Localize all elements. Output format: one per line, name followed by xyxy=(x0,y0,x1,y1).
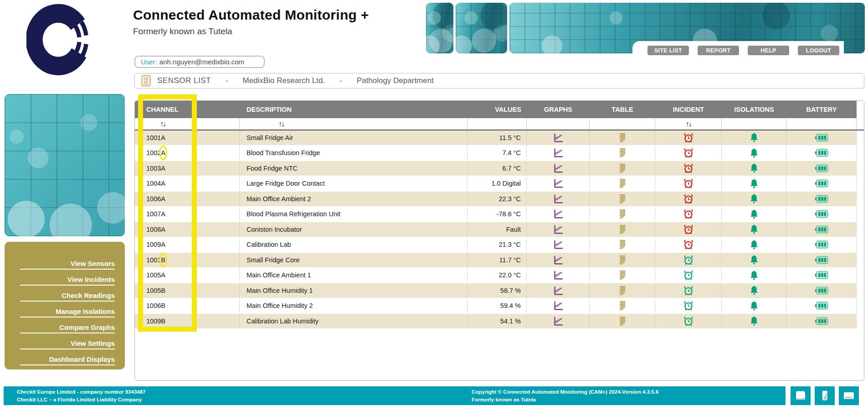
channel-cell: 1009B xyxy=(135,314,240,328)
isolations-cell[interactable] xyxy=(722,283,786,298)
sidebar-item-compare-graphs[interactable]: Compare Graphs xyxy=(20,318,115,333)
isolations-cell[interactable] xyxy=(722,161,786,176)
readings-table-cell[interactable] xyxy=(590,207,655,222)
nav-button-report[interactable]: REPORT xyxy=(698,46,739,55)
row-gutter xyxy=(857,283,864,298)
readings-table-cell[interactable] xyxy=(590,314,655,328)
battery-cell xyxy=(786,238,857,252)
description-cell: Food Fridge NTC xyxy=(240,161,467,176)
incident-cell[interactable] xyxy=(655,192,722,206)
bell-icon xyxy=(750,193,759,204)
column-header-values: VALUES xyxy=(467,101,527,118)
readings-table-cell[interactable] xyxy=(590,238,655,252)
sort-toggle-icon[interactable]: ↑↓ xyxy=(160,120,165,128)
sidebar-item-manage-isolations[interactable]: Manage Isolations xyxy=(20,302,115,318)
user-box: User: anh.nguyen@medixbio.com xyxy=(134,56,265,68)
value-cell: 22.3 °C xyxy=(467,192,527,206)
battery-icon xyxy=(815,225,828,234)
graphs-cell[interactable] xyxy=(527,161,590,176)
isolations-cell[interactable] xyxy=(722,222,786,237)
sort-toggle-icon[interactable]: ↑↓ xyxy=(278,120,284,128)
battery-cell xyxy=(786,222,857,237)
incident-cell[interactable] xyxy=(655,253,722,267)
breadcrumb-separator: - xyxy=(226,76,228,85)
value-cell: -78.6 °C xyxy=(467,207,527,222)
readings-table-cell[interactable] xyxy=(590,222,655,237)
breadcrumb-page: SENSOR LIST xyxy=(157,76,211,85)
readings-table-cell[interactable] xyxy=(590,177,655,191)
sort-toggle-icon[interactable]: ↑↓ xyxy=(686,120,691,128)
isolations-cell[interactable] xyxy=(722,130,786,145)
readings-table-cell[interactable] xyxy=(590,192,655,206)
incident-cell[interactable] xyxy=(655,161,722,176)
graphs-cell[interactable] xyxy=(527,130,590,145)
bell-icon xyxy=(750,316,759,326)
incident-cell[interactable] xyxy=(655,268,722,283)
bell-icon xyxy=(750,209,759,219)
value-cell: 11.5 °C xyxy=(467,130,527,145)
sidebar-item-view-incidents[interactable]: View Incidents xyxy=(20,270,115,286)
graphs-cell[interactable] xyxy=(527,314,590,328)
graphs-cell[interactable] xyxy=(527,192,590,206)
graphs-cell[interactable] xyxy=(527,177,590,191)
nav-button-help[interactable]: HELP xyxy=(748,46,789,55)
readings-table-cell[interactable] xyxy=(590,268,655,283)
graphs-cell[interactable] xyxy=(527,268,590,283)
readings-table-cell[interactable] xyxy=(590,146,655,161)
tablet-display-button[interactable] xyxy=(839,386,859,405)
isolations-cell[interactable] xyxy=(722,238,786,252)
graphs-cell[interactable] xyxy=(527,222,590,237)
graphs-cell[interactable] xyxy=(527,253,590,267)
sidebar-item-view-settings[interactable]: View Settings xyxy=(20,333,115,349)
isolations-cell[interactable] xyxy=(722,268,786,283)
incident-cell[interactable] xyxy=(655,207,722,222)
footer-company-line2: Checkit LLC – a Florida Limited Liabilit… xyxy=(17,396,145,404)
readings-table-cell[interactable] xyxy=(590,283,655,298)
incident-cell[interactable] xyxy=(655,177,722,191)
incident-cell[interactable] xyxy=(655,238,722,252)
alarm-clock-icon xyxy=(683,239,694,250)
sidebar-item-check-readings[interactable]: Check Readings xyxy=(20,286,115,302)
graphs-cell[interactable] xyxy=(527,207,590,222)
graphs-cell[interactable] xyxy=(527,299,590,313)
alarm-clock-icon xyxy=(683,132,694,143)
channel-cell: 1009A xyxy=(135,238,240,252)
nav-button-site-list[interactable]: SITE LIST xyxy=(647,46,689,55)
table-icon xyxy=(618,316,627,326)
incident-cell[interactable] xyxy=(655,146,722,161)
desktop-display-button[interactable] xyxy=(791,386,811,405)
isolations-cell[interactable] xyxy=(722,192,786,206)
incident-cell[interactable] xyxy=(655,130,722,145)
readings-table-cell[interactable] xyxy=(590,161,655,176)
graphs-cell[interactable] xyxy=(527,283,590,298)
readings-table-cell[interactable] xyxy=(590,299,655,313)
mobile-display-button[interactable] xyxy=(815,386,835,405)
nav-button-logout[interactable]: LOGOUT xyxy=(798,46,839,55)
breadcrumb: SENSOR LIST - MedixBio Research Ltd. - P… xyxy=(134,73,864,88)
graphs-cell[interactable] xyxy=(527,146,590,161)
graphs-cell[interactable] xyxy=(527,238,590,252)
row-gutter xyxy=(857,314,864,328)
breadcrumb-site: MedixBio Research Ltd. xyxy=(243,76,325,85)
footer-company-info: Checkit Europe Limited - company number … xyxy=(17,388,145,403)
column-header-battery: BATTERY xyxy=(786,101,857,118)
incident-cell[interactable] xyxy=(655,222,722,237)
readings-table-cell[interactable] xyxy=(590,130,655,145)
graph-icon xyxy=(553,163,563,173)
incident-cell[interactable] xyxy=(655,299,722,313)
isolations-cell[interactable] xyxy=(722,253,786,267)
isolations-cell[interactable] xyxy=(722,146,786,161)
readings-table-cell[interactable] xyxy=(590,253,655,267)
isolations-cell[interactable] xyxy=(722,177,786,191)
table-row: 1008A Coniston Incubator Fault xyxy=(135,222,864,238)
isolations-cell[interactable] xyxy=(722,299,786,313)
sensor-list-icon xyxy=(141,75,151,87)
isolations-cell[interactable] xyxy=(722,207,786,222)
sidebar-item-dashboard-displays[interactable]: Dashboard Displays xyxy=(20,349,115,365)
sidebar-item-view-sensors[interactable]: View Sensors xyxy=(20,254,115,270)
channel-cell: 1008A xyxy=(135,222,240,237)
incident-cell[interactable] xyxy=(655,283,722,298)
footer-copyright: Copyright © Connected Automated Monitori… xyxy=(472,388,658,403)
incident-cell[interactable] xyxy=(655,314,722,328)
isolations-cell[interactable] xyxy=(722,314,786,328)
